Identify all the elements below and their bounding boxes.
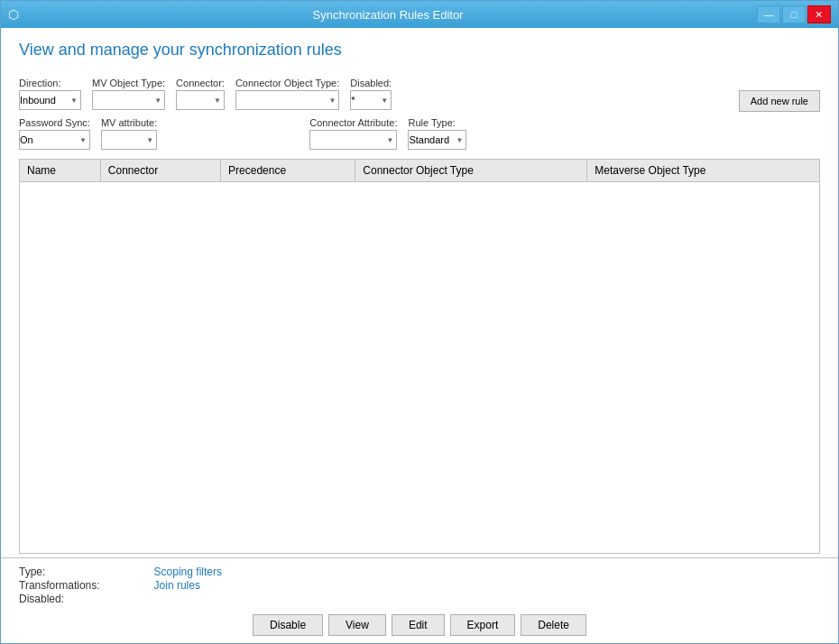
connector-obj-select-wrapper[interactable] [235, 90, 339, 110]
disabled-label: Disabled: [350, 78, 392, 88]
table-section: Name Connector Precedence Connector Obje… [19, 159, 820, 554]
direction-select[interactable]: Inbound Outbound [19, 90, 81, 110]
col-header-connector: Connector [100, 160, 220, 182]
col-header-connector-obj-type: Connector Object Type [355, 160, 587, 182]
action-buttons: Disable View Edit Export Delete [19, 614, 820, 636]
add-rule-button-container: Add new rule [739, 78, 820, 112]
connector-obj-select[interactable] [235, 90, 339, 110]
minimize-button[interactable]: — [757, 5, 780, 23]
window-title: Synchronization Rules Editor [313, 8, 464, 22]
title-bar: ⬡ Synchronization Rules Editor — □ ✕ [1, 1, 838, 28]
disabled-filter-group: Disabled: * [350, 78, 392, 110]
export-button[interactable]: Export [450, 614, 516, 636]
mv-object-label: MV Object Type: [92, 78, 165, 88]
page-header: View and manage your synchronization rul… [1, 28, 838, 69]
main-window: ⬡ Synchronization Rules Editor — □ ✕ Vie… [0, 0, 839, 644]
title-buttons: — □ ✕ [757, 5, 831, 23]
restore-button[interactable]: □ [782, 5, 806, 23]
mv-object-select[interactable] [92, 90, 165, 110]
bottom-left: Type: Transformations: Disabled: [19, 566, 100, 605]
edit-button[interactable]: Edit [392, 614, 445, 636]
connector-select[interactable] [176, 90, 225, 110]
bottom-info-row: Type: Transformations: Disabled: Scoping… [19, 566, 820, 605]
mv-attr-label: MV attribute: [101, 117, 157, 128]
mv-attr-filter-group: MV attribute: [101, 117, 157, 150]
filter-section: Direction: Inbound Outbound MV Object Ty… [1, 69, 838, 155]
connector-obj-label: Connector Object Type: [235, 78, 339, 88]
col-header-name: Name [20, 160, 100, 182]
bottom-right: Scoping filters Join rules [154, 566, 222, 605]
mv-attr-select-wrapper[interactable] [101, 130, 157, 150]
close-button[interactable]: ✕ [807, 5, 831, 23]
connector-filter-group: Connector: [176, 78, 225, 110]
conn-attr-label: Connector Attribute: [309, 117, 397, 128]
table-header-row: Name Connector Precedence Connector Obje… [20, 160, 819, 182]
page-title: View and manage your synchronization rul… [19, 41, 820, 60]
mv-object-filter-group: MV Object Type: [92, 78, 165, 110]
title-bar-left: ⬡ [8, 7, 19, 22]
rule-type-select[interactable]: Standard Sticky [408, 130, 466, 150]
view-button[interactable]: View [328, 614, 386, 636]
bottom-section: Type: Transformations: Disabled: Scoping… [1, 557, 838, 643]
mv-attr-select[interactable] [101, 130, 157, 150]
disabled-select-wrapper[interactable]: * [350, 90, 392, 110]
password-select-wrapper[interactable]: On Off [19, 130, 90, 150]
password-filter-group: Password Sync: On Off [19, 117, 90, 150]
filter-row-1: Direction: Inbound Outbound MV Object Ty… [19, 78, 820, 112]
filter-row-2: Password Sync: On Off MV attribute: [19, 117, 820, 150]
add-new-rule-button[interactable]: Add new rule [739, 90, 820, 112]
disable-button[interactable]: Disable [253, 614, 323, 636]
direction-label: Direction: [19, 78, 81, 88]
password-select[interactable]: On Off [19, 130, 90, 150]
content-area: View and manage your synchronization rul… [1, 28, 838, 643]
type-label: Type: [19, 566, 100, 578]
col-header-precedence: Precedence [221, 160, 355, 182]
password-label: Password Sync: [19, 117, 90, 128]
sync-rules-table: Name Connector Precedence Connector Obje… [20, 160, 819, 182]
rule-type-filter-group: Rule Type: Standard Sticky [408, 117, 466, 150]
col-header-metaverse-obj-type: Metaverse Object Type [587, 160, 819, 182]
scoping-filters-link[interactable]: Scoping filters [154, 566, 222, 578]
connector-select-wrapper[interactable] [176, 90, 225, 110]
disabled-info-label: Disabled: [19, 593, 100, 605]
rule-type-label: Rule Type: [408, 117, 466, 128]
connector-label: Connector: [176, 78, 225, 88]
app-icon: ⬡ [8, 7, 19, 22]
conn-attr-select[interactable] [309, 130, 397, 150]
conn-attr-select-wrapper[interactable] [309, 130, 397, 150]
direction-select-wrapper[interactable]: Inbound Outbound [19, 90, 81, 110]
direction-filter-group: Direction: Inbound Outbound [19, 78, 81, 110]
connector-obj-filter-group: Connector Object Type: [235, 78, 339, 110]
conn-attr-filter-group: Connector Attribute: [309, 117, 397, 150]
transformations-label: Transformations: [19, 579, 100, 592]
rule-type-select-wrapper[interactable]: Standard Sticky [408, 130, 466, 150]
disabled-select[interactable]: * [350, 90, 392, 110]
mv-object-select-wrapper[interactable] [92, 90, 165, 110]
delete-button[interactable]: Delete [521, 614, 586, 636]
join-rules-link[interactable]: Join rules [154, 579, 222, 592]
